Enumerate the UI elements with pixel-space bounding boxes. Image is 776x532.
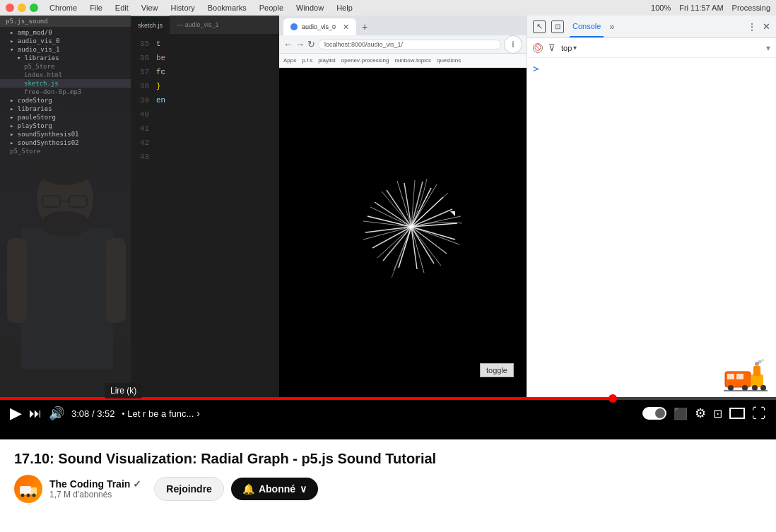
video-controls[interactable]: ▶ ⏭ 🔊 3:08 / 3:52 • Let r be a func... › [0,397,776,439]
file-item[interactable]: ▸ libraries [0,105,131,113]
chapter-info[interactable]: • Let r be a func... › [122,408,199,419]
devtools-close-icon[interactable]: ✕ [763,21,770,32]
video-player[interactable]: p5.js_sound ▸ amp_mod/0 ▸ audio_vis_0 ▾ … [0,16,776,439]
browser-forward-icon[interactable]: → [295,39,305,49]
file-item[interactable]: ▸ soundSynthesis02 [0,138,131,147]
file-item[interactable]: ▸ soundSynthesis01 [0,130,131,138]
mac-menu-edit[interactable]: Edit [115,4,129,12]
devtools-console-body: > [527,58,776,397]
code-text: t be fc } en [152,34,279,397]
bookmark-questions[interactable]: questions [437,57,461,64]
devtools-device-icon[interactable]: ⊡ [551,20,564,33]
tab-close-icon[interactable]: ✕ [343,23,349,32]
subscribe-bell-icon: 🔔 [242,483,254,495]
browser-window: audio_vis_0 ✕ + ← → ↻ localhost:8000/aud… [279,16,527,397]
file-item-active[interactable]: sketch.js [0,79,131,88]
svg-point-55 [760,385,766,391]
subscribe-label: Abonné [259,483,295,495]
browser-active-tab[interactable]: audio_vis_0 ✕ [283,18,356,35]
extensions-icon[interactable]: i [504,35,522,54]
file-item[interactable]: p5_Store [0,147,131,155]
next-button[interactable]: ⏭ [29,406,42,421]
file-item[interactable]: free-don-8p.mp3 [0,88,131,96]
video-info: 17.10: Sound Visualization: Radial Graph… [0,439,776,513]
fullscreen-button[interactable]: ⛶ [752,406,766,422]
volume-button[interactable]: 🔊 [49,406,64,421]
devtools-options-icon[interactable]: ⋮ [747,21,757,32]
file-item[interactable]: ▾ libraries [0,54,131,62]
channel-row: The Coding Train ✓ 1,7 M d'abonnés Rejoi… [14,475,762,503]
mac-menu-history[interactable]: History [170,4,194,12]
mac-menu-people[interactable]: People [259,4,283,12]
file-item[interactable]: p5_Store [0,62,131,71]
svg-point-59 [21,494,25,497]
mac-menu-bookmarks[interactable]: Bookmarks [208,4,247,12]
theater-button[interactable] [729,408,745,419]
new-tab-button[interactable]: + [358,20,372,34]
mac-menu-view[interactable]: View [141,4,158,12]
code-tab-active[interactable]: sketch.js [131,16,170,34]
bookmark-rainbow[interactable]: rainbow-topics [394,57,431,64]
console-context-dropdown[interactable]: top ▾ [561,44,577,52]
svg-point-47 [728,385,734,391]
console-clear-icon[interactable]: 🚫 [533,43,543,53]
file-item[interactable]: index.html [0,71,131,79]
svg-point-60 [27,494,30,497]
devtools-action-buttons: ⋮ ✕ [747,21,770,32]
svg-marker-43 [450,211,455,216]
mac-status-app: Processing [732,4,770,12]
mac-maximize-dot[interactable] [30,4,38,12]
channel-name[interactable]: The Coding Train ✓ [49,478,141,490]
bookmark-openev[interactable]: openev-processing [341,57,389,64]
bookmark-playlist[interactable]: playlist [318,57,335,64]
mac-top-bar: Chrome File Edit View History Bookmarks … [0,0,776,16]
file-item[interactable]: ▾ audio_vis_1 [0,45,131,54]
browser-reload-icon[interactable]: ↻ [307,39,315,49]
mac-menu-file[interactable]: File [90,4,102,12]
chapter-text: Let r be a func... [127,408,194,419]
video-title: 17.10: Sound Visualization: Radial Graph… [14,449,762,468]
channel-avatar[interactable] [14,475,42,503]
console-filter-icon[interactable]: ⊽ [548,42,555,53]
subtitles-button[interactable]: ⬛ [674,407,688,420]
mac-menu-window[interactable]: Window [296,4,324,12]
channel-name-text: The Coding Train [49,478,130,490]
mac-menu-chrome[interactable]: Chrome [49,4,77,12]
svg-line-21 [383,227,411,261]
code-content: 353637383940414243 t be fc } en [131,34,279,397]
toggle-button[interactable]: toggle [480,363,514,377]
file-item[interactable]: ▸ codeStorg [0,96,131,105]
address-input[interactable]: localhost:8000/audio_vis_1/ [318,40,501,49]
mac-close-dot[interactable] [6,4,14,12]
browser-back-icon[interactable]: ← [283,39,293,49]
devtools-console-tab[interactable]: Console [570,16,604,37]
file-item[interactable]: ▸ playStorg [0,122,131,130]
subscribe-button[interactable]: 🔔 Abonné ∨ [231,478,318,500]
mac-status-percent: 100% [651,4,671,12]
svg-line-12 [411,188,431,227]
file-item[interactable]: ▸ audio_vis_0 [0,37,131,45]
devtools-more-tabs-icon[interactable]: » [609,21,614,32]
settings-button[interactable]: ⚙ [695,406,706,421]
play-button[interactable]: ▶ [10,404,22,422]
console-prompt[interactable]: > [533,63,539,74]
mac-menu-help[interactable]: Help [336,4,353,12]
browser-canvas: toggle [279,68,527,397]
mac-status-bar: 100% Fri 11:57 AM Processing [651,4,770,12]
devtools-console-bar: 🚫 ⊽ top ▾ ▾ [527,38,776,58]
bookmark-apps[interactable]: Apps [283,57,296,64]
tab-favicon [290,23,298,30]
miniplayer-button[interactable]: ⊡ [713,407,722,420]
file-sidebar-header: p5.js_sound [0,16,131,27]
console-filter-options[interactable]: ▾ [766,43,770,53]
total-time: 3:52 [97,408,114,419]
file-item[interactable]: ▸ amp_mod/0 [0,28,131,37]
mac-minimize-dot[interactable] [18,4,26,12]
autoplay-toggle[interactable] [642,407,666,420]
svg-line-34 [411,227,424,273]
file-item[interactable]: ▸ pauleStorg [0,113,131,122]
file-tree: ▸ amp_mod/0 ▸ audio_vis_0 ▾ audio_vis_1 … [0,27,131,157]
devtools-inspect-icon[interactable]: ↖ [533,20,546,33]
bookmark-pfs[interactable]: p.f.s [302,57,312,64]
join-button[interactable]: Rejoindre [154,477,224,501]
